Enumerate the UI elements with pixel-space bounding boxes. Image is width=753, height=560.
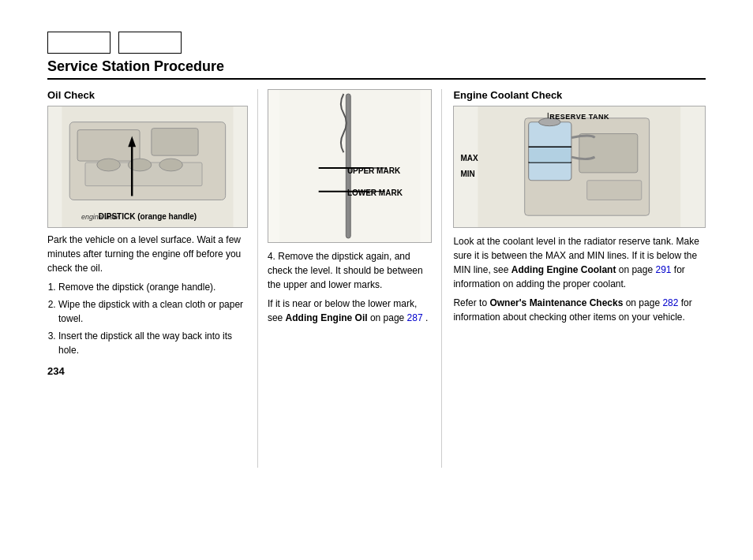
max-label: MAX xyxy=(460,154,478,162)
oil-step-2: Wipe the dipstick with a clean cloth or … xyxy=(58,297,248,326)
engine-illustration: engine view xyxy=(48,106,247,227)
step4-text: 4. Remove the dipstick again, and check … xyxy=(268,249,433,292)
page-container: Service Station Procedure Oil Check xyxy=(0,0,753,560)
content-columns: Oil Check en xyxy=(47,89,706,468)
coolant-body: Look at the coolant level in the radiato… xyxy=(453,234,706,324)
coolant-para1: Look at the coolant level in the radiato… xyxy=(453,234,706,291)
dipstick-column: UPPER MARK LOWER MARK 4. Remove the dips… xyxy=(258,89,443,468)
coolant-image-box: RESERVE TANK MAX MIN xyxy=(453,106,706,228)
lower-mark-label: LOWER MARK xyxy=(347,189,403,197)
coolant-check-column: Engine Coolant Check xyxy=(442,89,706,468)
upper-mark-label: UPPER MARK xyxy=(347,166,400,175)
svg-rect-41 xyxy=(152,129,198,156)
middle-body: 4. Remove the dipstick again, and check … xyxy=(268,249,433,325)
coolant-check-title: Engine Coolant Check xyxy=(453,89,706,101)
dipstick-image-box: UPPER MARK LOWER MARK xyxy=(268,89,433,243)
header-boxes xyxy=(47,32,182,54)
svg-rect-62 xyxy=(579,134,638,173)
lower-mark-note: If it is near or below the lower mark, s… xyxy=(268,297,433,325)
oil-image-box: engine view DIPSTICK (orange handle) xyxy=(47,106,248,228)
reserve-tank-label: RESERVE TANK xyxy=(549,113,609,121)
oil-check-para1: Park the vehicle on a level surface. Wai… xyxy=(47,233,248,275)
oil-step-1: Remove the dipstick (orange handle). xyxy=(58,280,248,294)
header-box-2 xyxy=(118,32,182,54)
coolant-para2: Refer to Owner's Maintenance Checks on p… xyxy=(453,296,706,324)
svg-point-43 xyxy=(97,159,121,171)
dipstick-label: DIPSTICK (orange handle) xyxy=(99,212,197,221)
oil-step-3: Insert the dipstick all the way back int… xyxy=(58,329,248,357)
title-bar: Service Station Procedure xyxy=(47,58,706,80)
header-area xyxy=(47,24,706,54)
page-title: Service Station Procedure xyxy=(47,58,224,74)
oil-check-column: Oil Check en xyxy=(47,89,258,468)
svg-rect-63 xyxy=(587,181,642,200)
oil-check-body: Park the vehicle on a level surface. Wai… xyxy=(47,233,248,379)
page-number: 234 xyxy=(47,364,248,379)
oil-check-steps: Remove the dipstick (orange handle). Wip… xyxy=(58,280,248,357)
oil-check-title: Oil Check xyxy=(47,89,248,101)
min-label: MIN xyxy=(460,170,474,178)
coolant-illustration xyxy=(454,106,705,227)
svg-point-45 xyxy=(159,159,183,171)
svg-rect-60 xyxy=(530,147,571,162)
header-box-1 xyxy=(47,32,111,54)
